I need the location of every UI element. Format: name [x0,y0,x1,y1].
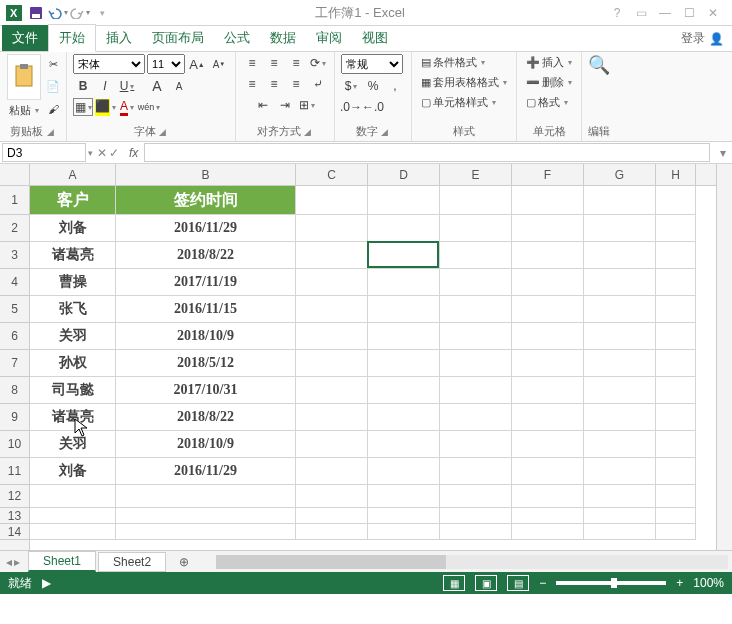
sheet-nav-prev-icon[interactable]: ◂ [6,555,12,569]
cell-F12[interactable] [512,485,584,508]
fx-icon[interactable]: fx [123,146,144,160]
cell-C1[interactable] [296,186,368,215]
cell-G10[interactable] [584,431,656,458]
comma-button[interactable]: , [385,77,405,95]
cell-H6[interactable] [656,323,696,350]
cell-D5[interactable] [368,296,440,323]
grow-font-button[interactable]: A [147,77,167,95]
cell-C12[interactable] [296,485,368,508]
view-normal-icon[interactable]: ▦ [443,575,465,591]
cell-G12[interactable] [584,485,656,508]
cell-E5[interactable] [440,296,512,323]
cell-G5[interactable] [584,296,656,323]
cell-D14[interactable] [368,524,440,540]
cell-G7[interactable] [584,350,656,377]
row-header-13[interactable]: 13 [0,508,29,524]
cell-A7[interactable]: 孙权 [30,350,116,377]
cell-D3[interactable] [368,242,440,269]
wrap-text-icon[interactable]: ⤶ [308,75,328,93]
cell-A12[interactable] [30,485,116,508]
cell-B8[interactable]: 2017/10/31 [116,377,296,404]
cell-E2[interactable] [440,215,512,242]
cell-B2[interactable]: 2016/11/29 [116,215,296,242]
minimize-icon[interactable]: — [656,6,674,20]
sheet-nav-next-icon[interactable]: ▸ [14,555,20,569]
align-middle-icon[interactable]: ≡ [264,54,284,72]
bold-button[interactable]: B [73,77,93,95]
cell-B9[interactable]: 2018/8/22 [116,404,296,431]
cell-F6[interactable] [512,323,584,350]
insert-cells-button[interactable]: ➕插入 [523,54,575,71]
grid-body[interactable]: 客户签约时间刘备2016/11/29诸葛亮2018/8/22曹操2017/11/… [30,186,716,550]
cell-A14[interactable] [30,524,116,540]
row-header-10[interactable]: 10 [0,431,29,458]
view-pagebreak-icon[interactable]: ▤ [507,575,529,591]
cell-H1[interactable] [656,186,696,215]
cell-D13[interactable] [368,508,440,524]
view-layout-icon[interactable]: ▣ [475,575,497,591]
enter-formula-icon[interactable]: ✓ [109,146,119,160]
cell-H13[interactable] [656,508,696,524]
cell-G8[interactable] [584,377,656,404]
cell-F11[interactable] [512,458,584,485]
cell-H4[interactable] [656,269,696,296]
find-icon[interactable]: 🔍 [588,54,610,76]
font-color-button[interactable]: A [117,98,137,116]
cell-F8[interactable] [512,377,584,404]
cell-A2[interactable]: 刘备 [30,215,116,242]
tab-data[interactable]: 数据 [260,25,306,51]
cell-H9[interactable] [656,404,696,431]
cell-F4[interactable] [512,269,584,296]
increase-indent-icon[interactable]: ⇥ [275,96,295,114]
orientation-icon[interactable]: ⟳ [308,54,328,72]
clipboard-launcher-icon[interactable]: ◢ [47,127,56,137]
cell-E11[interactable] [440,458,512,485]
cell-B5[interactable]: 2016/11/15 [116,296,296,323]
cell-G4[interactable] [584,269,656,296]
macro-record-icon[interactable]: ▶ [42,576,51,590]
cell-F9[interactable] [512,404,584,431]
cell-G2[interactable] [584,215,656,242]
cell-A1[interactable]: 客户 [30,186,116,215]
merge-button[interactable]: ⊞ [297,96,317,114]
cell-A4[interactable]: 曹操 [30,269,116,296]
col-header-D[interactable]: D [368,164,440,185]
col-header-C[interactable]: C [296,164,368,185]
cell-E14[interactable] [440,524,512,540]
cell-G3[interactable] [584,242,656,269]
expand-formula-icon[interactable]: ▾ [714,146,732,160]
formula-bar[interactable] [144,143,710,162]
font-size-select[interactable]: 11 [147,54,185,74]
cell-B7[interactable]: 2018/5/12 [116,350,296,377]
cell-F13[interactable] [512,508,584,524]
close-icon[interactable]: ✕ [704,6,722,20]
login-link[interactable]: 登录👤 [673,26,732,51]
zoom-out-button[interactable]: − [539,576,546,590]
cell-H2[interactable] [656,215,696,242]
number-format-select[interactable]: 常规 [341,54,403,74]
cell-B6[interactable]: 2018/10/9 [116,323,296,350]
help-icon[interactable]: ? [608,6,626,20]
row-header-12[interactable]: 12 [0,485,29,508]
cell-C9[interactable] [296,404,368,431]
copy-icon[interactable]: 📄 [46,80,60,93]
tab-file[interactable]: 文件 [2,25,48,51]
format-painter-icon[interactable]: 🖌 [48,103,59,115]
cell-G13[interactable] [584,508,656,524]
row-header-5[interactable]: 5 [0,296,29,323]
cell-B3[interactable]: 2018/8/22 [116,242,296,269]
align-right-icon[interactable]: ≡ [286,75,306,93]
col-header-H[interactable]: H [656,164,696,185]
align-center-icon[interactable]: ≡ [264,75,284,93]
cell-F5[interactable] [512,296,584,323]
cell-F3[interactable] [512,242,584,269]
cell-B1[interactable]: 签约时间 [116,186,296,215]
row-header-7[interactable]: 7 [0,350,29,377]
decrease-decimal-icon[interactable]: ←.0 [363,98,383,116]
tab-review[interactable]: 审阅 [306,25,352,51]
cell-C11[interactable] [296,458,368,485]
cell-D12[interactable] [368,485,440,508]
cell-C6[interactable] [296,323,368,350]
cell-D8[interactable] [368,377,440,404]
cell-B4[interactable]: 2017/11/19 [116,269,296,296]
